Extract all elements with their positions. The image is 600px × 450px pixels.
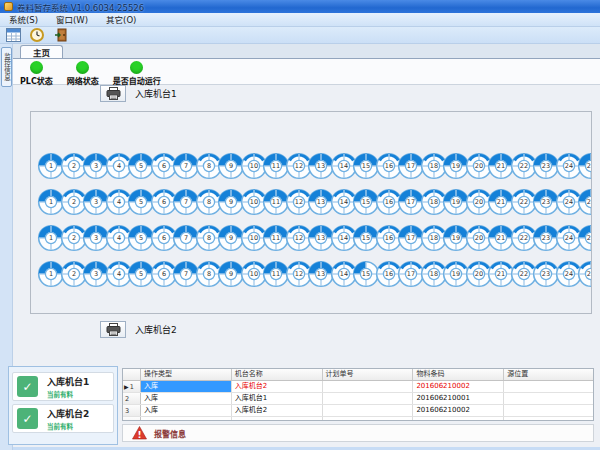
table-cell[interactable]: 入库 [141,381,232,392]
svg-text:11: 11 [272,270,280,278]
svg-text:24: 24 [564,234,572,242]
window-title: 卷料暂存系统 V1.0.6034.25526 [17,1,144,13]
svg-text:17: 17 [407,198,415,206]
svg-text:17: 17 [407,162,415,170]
svg-text:18: 18 [429,270,437,278]
svg-text:6: 6 [161,234,165,242]
column-header[interactable]: 机台名称 [232,369,323,380]
check-icon: ✓ [17,408,38,429]
table-cell[interactable] [232,417,323,421]
svg-text:2: 2 [71,162,75,170]
menu-bar: 系统(S)窗口(W)其它(O) [0,13,600,27]
clock-icon[interactable] [28,28,46,43]
status-light [76,61,89,74]
table-cell[interactable] [323,393,414,404]
roll-slot[interactable]: 25 [577,224,592,252]
svg-text:9: 9 [229,234,233,242]
svg-text:5: 5 [139,198,143,206]
svg-text:10: 10 [249,270,257,278]
svg-text:15: 15 [362,162,370,170]
svg-text:18: 18 [429,234,437,242]
svg-text:12: 12 [294,162,302,170]
table-cell[interactable]: 201606210001 [413,393,504,404]
dock-tab-monitor[interactable]: 监控信息 [1,47,12,87]
tab-home[interactable]: 主页 [20,45,63,58]
warning-icon: ! [132,426,147,440]
svg-text:16: 16 [384,270,392,278]
svg-text:15: 15 [362,198,370,206]
svg-text:1: 1 [49,234,53,242]
roll-slot[interactable]: 25 [577,260,592,288]
svg-text:8: 8 [206,234,210,242]
exit-door-icon[interactable] [52,28,70,43]
status-indicator: PLC状态 [20,59,53,86]
table-row[interactable]: 3入库入库机台2201606210002 [123,405,593,417]
table-cell[interactable] [413,417,504,421]
svg-text:6: 6 [161,270,165,278]
menu-item[interactable]: 其它(O) [97,13,145,27]
table-cell[interactable] [504,393,594,404]
svg-text:7: 7 [184,234,188,242]
svg-text:3: 3 [94,198,98,206]
table-cell[interactable] [323,381,414,392]
status-panel: PLC状态网络状态是否自动运行 [13,59,600,85]
table-cell[interactable]: 入库 [141,405,232,416]
svg-text:20: 20 [474,162,482,170]
check-icon: ✓ [17,376,38,397]
menu-item[interactable]: 系统(S) [0,13,47,27]
station1-print-button[interactable] [100,85,126,102]
svg-text:15: 15 [362,234,370,242]
status-indicator: 网络状态 [67,59,99,86]
table-cell[interactable] [141,417,232,421]
title-bar[interactable]: 卷料暂存系统 V1.0.6034.25526 [0,0,600,13]
svg-text:13: 13 [317,234,325,242]
schedule-icon[interactable] [4,28,22,43]
station1-header: 入库机台1 [100,85,177,102]
svg-text:19: 19 [452,270,460,278]
table-cell[interactable]: 入库机台2 [232,381,323,392]
svg-text:5: 5 [139,270,143,278]
table-row[interactable]: 2入库入库机台1201606210001 [123,393,593,405]
column-header[interactable]: 源位置 [504,369,594,380]
svg-text:24: 24 [564,270,572,278]
table-cell[interactable] [323,417,414,421]
svg-text:!: ! [137,430,141,440]
roll-slot[interactable]: 25 [577,152,592,180]
row-header[interactable]: *4 [123,417,141,421]
svg-text:10: 10 [249,198,257,206]
table-row[interactable]: *4 [123,417,593,421]
svg-text:1: 1 [49,198,53,206]
svg-text:22: 22 [519,270,527,278]
table-cell[interactable] [504,405,594,416]
row-header[interactable]: 3 [123,405,141,416]
svg-text:25: 25 [587,234,592,242]
roll-slot[interactable]: 25 [577,188,592,216]
row-header[interactable]: 2 [123,393,141,404]
svg-text:12: 12 [294,270,302,278]
table-cell[interactable] [323,405,414,416]
table-cell[interactable]: 入库 [141,393,232,404]
svg-text:6: 6 [161,198,165,206]
column-header[interactable]: 物料条码 [413,369,504,380]
table-cell[interactable]: 201606210002 [413,381,504,392]
svg-text:25: 25 [587,162,592,170]
table-cell[interactable]: 入库机台1 [232,393,323,404]
svg-text:8: 8 [206,270,210,278]
table-cell[interactable] [504,381,594,392]
station2-print-button[interactable] [100,321,126,338]
table-row[interactable]: ▶1入库入库机台2201606210002 [123,381,593,393]
row-header[interactable]: ▶1 [123,381,141,392]
table-cell[interactable] [504,417,594,421]
svg-text:17: 17 [407,234,415,242]
svg-text:10: 10 [249,162,257,170]
menu-item[interactable]: 窗口(W) [47,13,97,27]
svg-text:8: 8 [206,198,210,206]
svg-text:8: 8 [206,162,210,170]
table-cell[interactable]: 201606210002 [413,405,504,416]
column-header[interactable]: 计划单号 [323,369,414,380]
table-cell[interactable]: 入库机台2 [232,405,323,416]
svg-text:3: 3 [94,270,98,278]
svg-text:18: 18 [429,198,437,206]
status-label: 网络状态 [67,75,99,86]
column-header[interactable]: 操作类型 [141,369,232,380]
